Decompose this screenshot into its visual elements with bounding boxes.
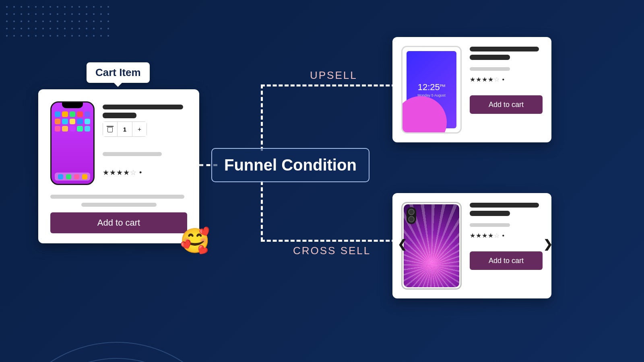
decorative-dot-grid <box>3 3 112 39</box>
cart-item-label: Cart Item <box>87 62 150 83</box>
rating-stars: ★★★★☆ • <box>470 76 543 83</box>
trash-icon <box>107 126 113 132</box>
rating-stars: ★★★★☆ • <box>103 168 187 177</box>
quantity-stepper[interactable]: 1 ＋ <box>103 121 147 137</box>
product-image-phone-case <box>401 202 462 290</box>
cross-sell-card: ★★★★☆ • Add to cart <box>392 193 551 298</box>
funnel-condition-node: Funnel Condition <box>211 148 369 182</box>
remove-item-button[interactable] <box>103 122 118 136</box>
cart-item-card: 1 ＋ ★★★★☆ • Add to cart <box>38 89 199 243</box>
carousel-next-button[interactable]: ❯ <box>543 237 553 251</box>
product-image-tablet: 12:25PM Monday 5 August <box>401 46 462 134</box>
rating-stars: ★★★★☆ • <box>470 232 543 239</box>
add-to-cart-button[interactable]: Add to cart <box>470 251 543 270</box>
add-to-cart-button[interactable]: Add to cart <box>50 212 187 233</box>
product-image-phone <box>50 101 95 185</box>
camera-module <box>407 207 416 224</box>
upsell-card: 12:25PM Monday 5 August ★★★★☆ • Add to c… <box>392 37 551 142</box>
add-to-cart-button[interactable]: Add to cart <box>470 95 543 114</box>
cross-sell-label: CROSS SELL <box>293 245 371 257</box>
increment-button[interactable]: ＋ <box>132 122 147 136</box>
connector-node-down <box>261 181 263 241</box>
quantity-value: 1 <box>118 122 132 136</box>
connector-node-up <box>261 84 263 151</box>
connector-to-upsell <box>261 84 396 86</box>
hearts-emoji: 🥰 <box>179 225 211 257</box>
carousel-prev-button[interactable]: ❮ <box>398 237 407 251</box>
connector-to-cross-sell <box>261 240 396 242</box>
upsell-label: UPSELL <box>310 69 357 82</box>
